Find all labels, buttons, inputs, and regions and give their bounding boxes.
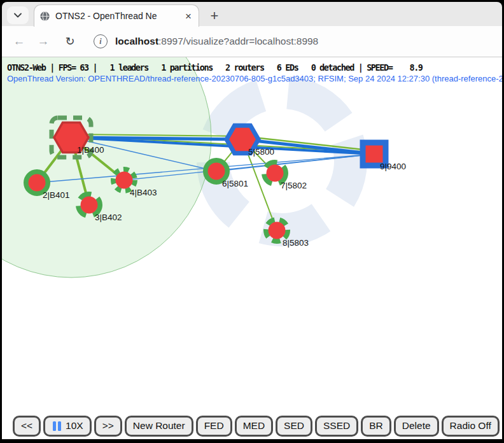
url-text[interactable]: localhost:8997/visualize?addr=localhost:… xyxy=(115,36,318,47)
delete-button[interactable]: Delete xyxy=(394,416,439,437)
node-5-label: 5|5800 xyxy=(248,147,274,157)
node-2-label: 2|B401 xyxy=(43,190,70,200)
fed-button[interactable]: FED xyxy=(196,416,232,437)
topology-graph[interactable]: 1|B4005|58009|94002|B4013|B4024|B4036|58… xyxy=(2,57,502,412)
node-7[interactable] xyxy=(267,165,284,182)
pause-icon xyxy=(53,421,61,431)
node-9-label: 9|9400 xyxy=(380,162,406,171)
globe-icon xyxy=(39,11,50,22)
node-2[interactable] xyxy=(29,174,46,192)
chevron-down-icon xyxy=(14,13,22,18)
back-button[interactable]: ← xyxy=(12,34,26,48)
status-line: OTNS2-Web | FPS= 63 | 1 leaders 1 partit… xyxy=(7,62,423,73)
tab-title: OTNS2 - OpenThread Ne xyxy=(55,11,178,21)
sed-button[interactable]: SED xyxy=(276,416,312,437)
speed-10x-button[interactable]: 10X xyxy=(43,416,92,437)
speed-up-button-label: >> xyxy=(102,420,114,432)
tab-close-button[interactable]: × xyxy=(183,11,193,22)
speed-down-button-label: << xyxy=(21,420,32,432)
node-8[interactable] xyxy=(269,222,286,239)
radio-off-button-label: Radio Off xyxy=(450,420,491,432)
node-6-label: 6|5801 xyxy=(222,179,248,188)
node-7-label: 7|5802 xyxy=(281,181,307,190)
sed-button-label: SED xyxy=(284,420,304,432)
speed-up-button[interactable]: >> xyxy=(94,416,122,437)
node-4[interactable] xyxy=(116,172,133,189)
new-tab-button[interactable]: + xyxy=(206,7,223,25)
radio-off-button[interactable]: Radio Off xyxy=(442,416,500,437)
speed-10x-button-label: 10X xyxy=(66,420,83,432)
url-host: localhost xyxy=(115,36,158,46)
site-info-icon[interactable]: i xyxy=(94,34,108,48)
otns-canvas[interactable]: 1|B4005|58009|94002|B4013|B4024|B4036|58… xyxy=(2,57,502,412)
new-router-button[interactable]: New Router xyxy=(125,416,193,437)
med-button-label: MED xyxy=(243,420,265,432)
url-path: :8997/visualize?addr=localhost:8998 xyxy=(158,36,318,46)
node-4-label: 4|B403 xyxy=(130,188,157,197)
new-router-button-label: New Router xyxy=(133,420,185,432)
node-1-label: 1|B400 xyxy=(77,145,104,155)
reload-button[interactable]: ↻ xyxy=(63,34,77,48)
node-8-label: 8|5803 xyxy=(283,238,309,248)
tab-strip: OTNS2 - OpenThread Ne × + xyxy=(2,2,502,27)
br-button[interactable]: BR xyxy=(361,416,391,437)
med-button[interactable]: MED xyxy=(235,416,273,437)
tab-search-button[interactable] xyxy=(7,6,29,24)
delete-button-label: Delete xyxy=(402,420,431,432)
speed-down-button[interactable]: << xyxy=(13,416,41,437)
node-3[interactable] xyxy=(81,197,98,214)
version-line: OpenThread Version: OPENTHREAD/thread-re… xyxy=(7,74,502,83)
address-bar: ← → ↻ i localhost:8997/visualize?addr=lo… xyxy=(2,26,502,57)
browser-tab-active[interactable]: OTNS2 - OpenThread Ne × xyxy=(34,4,199,27)
node-6[interactable] xyxy=(208,163,225,180)
ssed-button-label: SSED xyxy=(323,420,350,432)
action-toolbar: <<10X>>New RouterFEDMEDSEDSSEDBRDeleteRa… xyxy=(2,412,502,439)
forward-button[interactable]: → xyxy=(36,34,50,48)
node-3-label: 3|B402 xyxy=(95,213,122,222)
fed-button-label: FED xyxy=(204,420,224,432)
br-button-label: BR xyxy=(369,420,383,432)
browser-window: OTNS2 - OpenThread Ne × + ← → ↻ i localh… xyxy=(0,0,504,443)
ssed-button[interactable]: SSED xyxy=(315,416,358,437)
